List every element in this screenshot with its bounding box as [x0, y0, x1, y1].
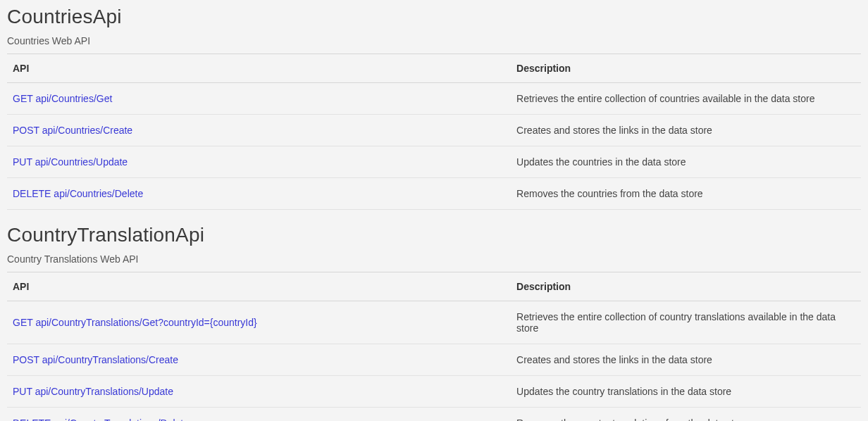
table-row: PUT api/CountryTranslations/Update Updat…: [7, 376, 861, 408]
table-row: DELETE api/CountryTranslations/Delete Re…: [7, 408, 861, 422]
api-link[interactable]: DELETE api/Countries/Delete: [13, 188, 143, 199]
section-subtitle: Country Translations Web API: [7, 253, 861, 265]
table-row: GET api/Countries/Get Retrieves the enti…: [7, 83, 861, 115]
table-row: PUT api/Countries/Update Updates the cou…: [7, 146, 861, 178]
api-description: Retrieves the entire collection of count…: [511, 83, 861, 115]
api-table: API Description GET api/Countries/Get Re…: [7, 54, 861, 210]
table-row: GET api/CountryTranslations/Get?countryI…: [7, 301, 861, 344]
table-row: DELETE api/Countries/Delete Removes the …: [7, 178, 861, 210]
api-link[interactable]: PUT api/Countries/Update: [13, 156, 128, 168]
th-api: API: [7, 272, 511, 301]
api-link[interactable]: POST api/CountryTranslations/Create: [13, 354, 178, 365]
api-link[interactable]: DELETE api/CountryTranslations/Delete: [13, 417, 189, 421]
section-title: CountryTranslationApi: [7, 224, 861, 246]
section-title: CountriesApi: [7, 6, 861, 28]
api-description: Creates and stores the links in the data…: [511, 115, 861, 146]
th-api: API: [7, 54, 511, 83]
api-description: Updates the country translations in the …: [511, 376, 861, 408]
api-link[interactable]: PUT api/CountryTranslations/Update: [13, 386, 173, 397]
th-description: Description: [511, 54, 861, 83]
th-description: Description: [511, 272, 861, 301]
api-section-country-translation: CountryTranslationApi Country Translatio…: [7, 224, 861, 421]
api-description: Updates the countries in the data store: [511, 146, 861, 178]
section-subtitle: Countries Web API: [7, 35, 861, 46]
api-link[interactable]: GET api/CountryTranslations/Get?countryI…: [13, 317, 257, 328]
api-table: API Description GET api/CountryTranslati…: [7, 272, 861, 421]
api-description: Creates and stores the links in the data…: [511, 344, 861, 376]
api-section-countries: CountriesApi Countries Web API API Descr…: [7, 6, 861, 210]
api-description: Retrieves the entire collection of count…: [511, 301, 861, 344]
api-description: Removes the countries from the data stor…: [511, 178, 861, 210]
api-link[interactable]: GET api/Countries/Get: [13, 93, 112, 104]
table-row: POST api/CountryTranslations/Create Crea…: [7, 344, 861, 376]
table-row: POST api/Countries/Create Creates and st…: [7, 115, 861, 146]
api-link[interactable]: POST api/Countries/Create: [13, 125, 132, 136]
api-description: Removes the country translations from th…: [511, 408, 861, 422]
